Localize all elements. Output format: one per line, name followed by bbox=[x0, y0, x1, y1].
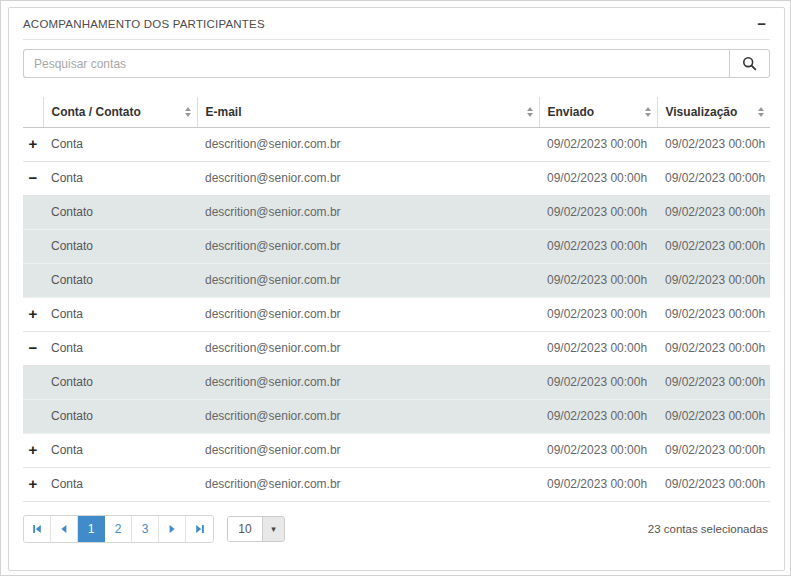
page-size-value: 10 bbox=[228, 517, 262, 541]
expand-row-button[interactable]: + bbox=[29, 306, 38, 321]
panel-title: ACOMPANHAMENTO DOS PARTICIPANTES bbox=[23, 18, 265, 30]
cell-expand bbox=[23, 365, 43, 399]
first-page-icon bbox=[32, 524, 42, 534]
column-label: Enviado bbox=[548, 105, 595, 119]
cell-name: Contato bbox=[43, 365, 197, 399]
last-page-icon bbox=[195, 524, 205, 534]
cell-name: Contato bbox=[43, 263, 197, 297]
sort-icon[interactable] bbox=[645, 107, 651, 117]
cell-email: descrition@senior.com.br bbox=[197, 229, 539, 263]
expand-row-button[interactable]: + bbox=[29, 136, 38, 151]
page-button-3[interactable]: 3 bbox=[132, 516, 159, 542]
next-page-button[interactable] bbox=[159, 516, 186, 542]
table-footer: 1 2 3 10 ▾ 23 contas bbox=[23, 515, 770, 543]
first-page-button[interactable] bbox=[24, 516, 51, 542]
cell-viewed: 09/02/2023 00:00h bbox=[657, 331, 770, 365]
cell-sent: 09/02/2023 00:00h bbox=[539, 331, 657, 365]
cell-expand: − bbox=[23, 161, 43, 195]
cell-expand bbox=[23, 195, 43, 229]
sort-icon[interactable] bbox=[758, 107, 764, 117]
cell-sent: 09/02/2023 00:00h bbox=[539, 467, 657, 501]
table-row: Contato descrition@senior.com.br 09/02/2… bbox=[23, 399, 770, 433]
cell-email: descrition@senior.com.br bbox=[197, 365, 539, 399]
cell-expand: + bbox=[23, 297, 43, 331]
cell-name: Contato bbox=[43, 229, 197, 263]
cell-name: Conta bbox=[43, 127, 197, 161]
minus-icon: − bbox=[757, 15, 766, 32]
cell-sent: 09/02/2023 00:00h bbox=[539, 127, 657, 161]
pagination: 1 2 3 bbox=[23, 515, 214, 543]
cell-name: Conta bbox=[43, 433, 197, 467]
cell-name: Conta bbox=[43, 467, 197, 501]
cell-email: descrition@senior.com.br bbox=[197, 161, 539, 195]
cell-sent: 09/02/2023 00:00h bbox=[539, 399, 657, 433]
next-page-icon bbox=[167, 524, 177, 534]
cell-expand: − bbox=[23, 331, 43, 365]
collapse-row-button[interactable]: − bbox=[29, 340, 38, 355]
cell-sent: 09/02/2023 00:00h bbox=[539, 195, 657, 229]
prev-page-button[interactable] bbox=[51, 516, 78, 542]
cell-sent: 09/02/2023 00:00h bbox=[539, 365, 657, 399]
cell-expand: + bbox=[23, 467, 43, 501]
cell-viewed: 09/02/2023 00:00h bbox=[657, 263, 770, 297]
cell-expand bbox=[23, 263, 43, 297]
last-page-button[interactable] bbox=[186, 516, 213, 542]
cell-viewed: 09/02/2023 00:00h bbox=[657, 365, 770, 399]
table-row: + Conta descrition@senior.com.br 09/02/2… bbox=[23, 127, 770, 161]
sort-icon[interactable] bbox=[185, 107, 191, 117]
column-header-enviado[interactable]: Enviado bbox=[539, 97, 657, 127]
column-header-conta-contato[interactable]: Conta / Contato bbox=[43, 97, 197, 127]
column-label: Visualização bbox=[666, 105, 738, 119]
cell-email: descrition@senior.com.br bbox=[197, 297, 539, 331]
expand-row-button[interactable]: + bbox=[29, 476, 38, 491]
cell-viewed: 09/02/2023 00:00h bbox=[657, 161, 770, 195]
cell-expand bbox=[23, 399, 43, 433]
cell-name: Contato bbox=[43, 399, 197, 433]
table-row: Contato descrition@senior.com.br 09/02/2… bbox=[23, 365, 770, 399]
collapse-panel-button[interactable]: − bbox=[755, 17, 768, 31]
cell-email: descrition@senior.com.br bbox=[197, 399, 539, 433]
cell-viewed: 09/02/2023 00:00h bbox=[657, 297, 770, 331]
cell-email: descrition@senior.com.br bbox=[197, 433, 539, 467]
column-header-email[interactable]: E-mail bbox=[197, 97, 539, 127]
cell-name: Conta bbox=[43, 331, 197, 365]
expand-column-header bbox=[23, 97, 43, 127]
search-button[interactable] bbox=[729, 49, 770, 78]
search-input[interactable] bbox=[23, 49, 729, 78]
participants-panel: ACOMPANHAMENTO DOS PARTICIPANTES − bbox=[8, 7, 785, 571]
selection-summary: 23 contas selecionadas bbox=[648, 523, 770, 535]
cell-expand: + bbox=[23, 433, 43, 467]
cell-expand: + bbox=[23, 127, 43, 161]
cell-viewed: 09/02/2023 00:00h bbox=[657, 433, 770, 467]
column-label: E-mail bbox=[206, 105, 242, 119]
table-row: + Conta descrition@senior.com.br 09/02/2… bbox=[23, 467, 770, 501]
sort-icon[interactable] bbox=[527, 107, 533, 117]
table-row: + Conta descrition@senior.com.br 09/02/2… bbox=[23, 433, 770, 467]
table-row: Contato descrition@senior.com.br 09/02/2… bbox=[23, 229, 770, 263]
column-label: Conta / Contato bbox=[52, 105, 141, 119]
screen-frame: ACOMPANHAMENTO DOS PARTICIPANTES − bbox=[0, 0, 791, 576]
page-button-1[interactable]: 1 bbox=[78, 516, 105, 542]
table-header-row: Conta / Contato E-mail bbox=[23, 97, 770, 127]
page-button-2[interactable]: 2 bbox=[105, 516, 132, 542]
cell-name: Conta bbox=[43, 161, 197, 195]
collapse-row-button[interactable]: − bbox=[29, 170, 38, 185]
panel-header: ACOMPANHAMENTO DOS PARTICIPANTES − bbox=[23, 8, 770, 40]
expand-row-button[interactable]: + bbox=[29, 442, 38, 457]
cell-name: Contato bbox=[43, 195, 197, 229]
cell-name: Conta bbox=[43, 297, 197, 331]
cell-email: descrition@senior.com.br bbox=[197, 195, 539, 229]
cell-viewed: 09/02/2023 00:00h bbox=[657, 467, 770, 501]
cell-viewed: 09/02/2023 00:00h bbox=[657, 229, 770, 263]
page-size-select[interactable]: 10 ▾ bbox=[227, 516, 285, 542]
cell-sent: 09/02/2023 00:00h bbox=[539, 161, 657, 195]
cell-email: descrition@senior.com.br bbox=[197, 127, 539, 161]
table-row: Contato descrition@senior.com.br 09/02/2… bbox=[23, 195, 770, 229]
cell-viewed: 09/02/2023 00:00h bbox=[657, 195, 770, 229]
search-bar bbox=[23, 49, 770, 78]
cell-sent: 09/02/2023 00:00h bbox=[539, 433, 657, 467]
cell-viewed: 09/02/2023 00:00h bbox=[657, 127, 770, 161]
prev-page-icon bbox=[59, 524, 69, 534]
column-header-visualizacao[interactable]: Visualização bbox=[657, 97, 770, 127]
table-row: Contato descrition@senior.com.br 09/02/2… bbox=[23, 263, 770, 297]
